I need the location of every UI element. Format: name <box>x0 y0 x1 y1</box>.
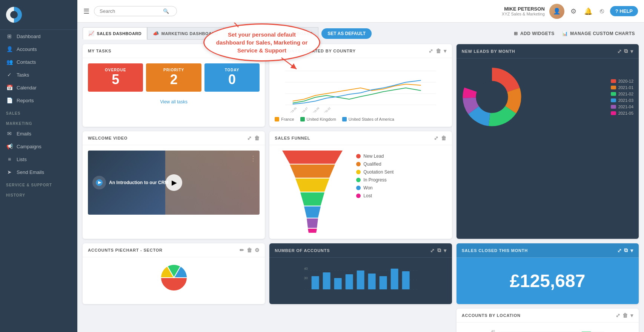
accounts-country-body: 2019-05 2019-07 2019-09 2020-02 France U… <box>269 58 452 127</box>
sidebar-item-label: Reports <box>17 98 34 103</box>
new-leads-copy-icon[interactable]: ⧉ <box>624 48 628 54</box>
sales-closed-header: SALES CLOSED THIS MONTH ⤢ ⧉ ▾ <box>456 243 639 258</box>
number-accounts-title: NUMBER OF ACCOUNTS <box>275 248 330 253</box>
legend-2021-01: 2021-01 <box>611 85 633 90</box>
svg-marker-23 <box>308 229 317 233</box>
new-leads-body: 2020-12 2021-01 2021-02 <box>456 58 639 135</box>
tab-marketing[interactable]: 📣 MARKETING DASHBOARD <box>147 27 224 40</box>
accounts-country-delete-icon[interactable]: 🗑 <box>436 48 441 54</box>
sales-closed-copy-icon[interactable]: ⧉ <box>624 247 628 254</box>
play-button[interactable]: ▶ <box>166 174 182 191</box>
add-widgets-button[interactable]: ⊞ ADD WIDGETS <box>510 29 558 38</box>
sales-closed-amount: £125,687 <box>510 263 585 299</box>
manage-charts-button[interactable]: 📊 MANAGE CUSTOM CHARTS <box>558 29 639 38</box>
sidebar-item-tasks[interactable]: ✓ Tasks <box>0 68 77 81</box>
svg-text:30: 30 <box>304 276 308 280</box>
number-accounts-copy-icon[interactable]: ⧉ <box>437 247 441 254</box>
chart-icon: 📊 <box>562 31 568 36</box>
sidebar-item-reports[interactable]: 📄 Reports <box>0 94 77 107</box>
main-area: ☰ 🔍 MIKE PETERSON XYZ Sales & Marketing … <box>77 0 644 332</box>
accounts-location-chevron-icon[interactable]: ▾ <box>630 312 633 318</box>
search-box: 🔍 <box>94 6 177 16</box>
welcome-video-widget: WELCOME VIDEO ⤢ 🗑 An Introduction to our… <box>83 131 265 239</box>
sidebar-item-label: Emails <box>17 131 31 137</box>
accounts-location-widget: ACCOUNTS BY LOCATION ⤢ 🗑 ▾ 40 30 <box>456 309 639 332</box>
help-button[interactable]: ? HELP <box>610 6 638 16</box>
logo-area <box>0 0 77 30</box>
video-thumbnail[interactable]: An Introduction to our CRM ⋮ ▶ <box>88 151 260 215</box>
welcome-video-expand-icon[interactable]: ⤢ <box>247 135 252 141</box>
legend-france: France <box>275 117 294 121</box>
new-leads-chevron-icon[interactable]: ▾ <box>630 48 633 54</box>
svg-rect-32 <box>334 278 342 289</box>
exit-icon[interactable]: ⎋ <box>598 6 606 17</box>
legend-france-dot <box>275 117 279 121</box>
svg-rect-31 <box>323 272 330 289</box>
funnel-legend-new-lead: New Lead <box>356 154 393 159</box>
tab-service[interactable]: ⟳ SERVICE & SUPPORT DASHBOARD <box>224 27 318 40</box>
accounts-location-delete-icon[interactable]: 🗑 <box>622 312 628 318</box>
campaigns-icon: 📢 <box>6 143 13 149</box>
sidebar-item-label: Send Emails <box>17 169 44 175</box>
user-info: MIKE PETERSON XYZ Sales & Marketing <box>502 6 545 16</box>
sales-funnel-body: New Lead Qualified Quotation Sent <box>269 145 452 239</box>
overdue-task-box: OVERDUE 5 <box>88 63 143 92</box>
emails-icon: ✉ <box>6 131 13 137</box>
sidebar-item-emails[interactable]: ✉ Emails <box>0 127 77 140</box>
sidebar-item-contacts[interactable]: 👥 Contacts <box>0 55 77 68</box>
tasks-icon: ✓ <box>6 72 13 78</box>
gear-icon[interactable]: ⚙ <box>569 6 578 17</box>
sidebar-item-label: Lists <box>17 157 27 162</box>
content-area: 📈 SALES DASHBOARD 📣 MARKETING DASHBOARD … <box>77 23 644 332</box>
manage-charts-label: MANAGE CUSTOM CHARTS <box>570 31 635 36</box>
accounts-by-country-widget: ACCOUNTS CREATED BY COUNTRY ⤢ 🗑 ▾ <box>269 44 452 127</box>
legend-uk: United Kingdom <box>300 117 336 121</box>
sidebar-item-send-emails[interactable]: ➤ Send Emails <box>0 166 77 178</box>
sidebar-item-accounts[interactable]: 👤 Accounts <box>0 43 77 55</box>
svg-rect-38 <box>402 271 410 289</box>
number-accounts-expand-icon[interactable]: ⤢ <box>430 247 435 254</box>
tab-marketing-icon: 📣 <box>153 31 159 36</box>
my-tasks-title: MY TASKS <box>88 49 111 53</box>
search-input[interactable] <box>100 8 160 14</box>
accounts-piechart-settings-icon[interactable]: ⚙ <box>255 247 260 253</box>
number-accounts-chevron-icon[interactable]: ▾ <box>444 247 447 254</box>
accounts-piechart-expand-icon[interactable]: ✏ <box>240 247 244 253</box>
new-leads-expand-icon[interactable]: ⤢ <box>617 48 622 54</box>
tab-sales[interactable]: 📈 SALES DASHBOARD <box>83 27 147 40</box>
sidebar-item-lists[interactable]: ≡ Lists <box>0 153 77 166</box>
my-tasks-expand-icon[interactable]: ⤢ <box>247 48 252 54</box>
today-value: 0 <box>207 72 257 87</box>
sales-funnel-widget: SALES FUNNEL ⤢ 🗑 <box>269 131 452 239</box>
sales-funnel-expand-icon[interactable]: ⤢ <box>434 135 439 141</box>
sidebar-item-dashboard[interactable]: ⊞ Dashboard <box>0 30 77 43</box>
user-company: XYZ Sales & Marketing <box>502 12 545 16</box>
funnel-container: New Lead Qualified Quotation Sent <box>275 151 446 234</box>
tabs-row: 📈 SALES DASHBOARD 📣 MARKETING DASHBOARD … <box>83 27 639 40</box>
accounts-icon: 👤 <box>6 46 13 52</box>
bell-icon[interactable]: 🔔 <box>583 6 594 17</box>
number-accounts-chart: 40 30 <box>275 263 446 293</box>
sales-closed-chevron-icon[interactable]: ▾ <box>630 247 633 254</box>
my-tasks-delete-icon[interactable]: 🗑 <box>254 48 260 54</box>
view-all-tasks-link[interactable]: View all tasks <box>88 97 260 105</box>
donut-area: 2020-12 2021-01 2021-02 <box>462 64 633 130</box>
set-default-button[interactable]: SET AS DEFAULT <box>321 28 372 39</box>
accounts-piechart-delete-icon[interactable]: 🗑 <box>247 247 252 253</box>
sidebar-item-label: Campaigns <box>17 144 41 149</box>
welcome-video-title: WELCOME VIDEO <box>88 136 128 140</box>
accounts-location-expand-icon[interactable]: ⤢ <box>616 312 621 318</box>
number-accounts-widget: NUMBER OF ACCOUNTS ⤢ ⧉ ▾ 40 30 <box>269 243 452 304</box>
sales-funnel-delete-icon[interactable]: 🗑 <box>441 135 447 141</box>
accounts-country-expand-icon[interactable]: ⤢ <box>429 48 433 54</box>
sidebar-item-calendar[interactable]: 📅 Calendar <box>0 81 77 94</box>
sales-closed-expand-icon[interactable]: ⤢ <box>617 247 622 254</box>
hamburger-icon[interactable]: ☰ <box>83 7 89 15</box>
tab-sales-label: SALES DASHBOARD <box>97 31 142 36</box>
svg-rect-30 <box>312 276 319 289</box>
sidebar-item-campaigns[interactable]: 📢 Campaigns <box>0 140 77 153</box>
donut-chart <box>462 67 522 127</box>
accounts-country-chevron-icon[interactable]: ▾ <box>444 48 447 54</box>
svg-text:2020-02: 2020-02 <box>323 107 331 112</box>
welcome-video-delete-icon[interactable]: 🗑 <box>254 135 260 141</box>
